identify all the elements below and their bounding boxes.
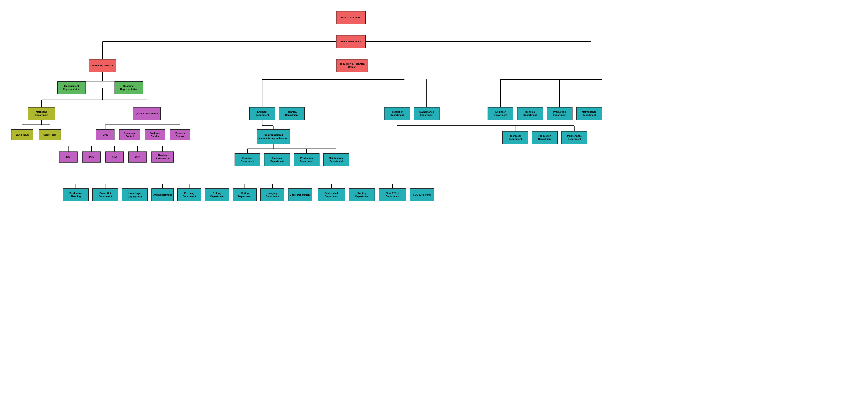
node-aoi: AOI Department bbox=[151, 188, 174, 201]
node-cust_svc: Customer Service bbox=[145, 129, 165, 141]
node-tech_dept1: Technical Department bbox=[279, 107, 305, 120]
node-prod_tech_officer: Production & Technical Officer bbox=[336, 59, 368, 72]
node-tech_dept3: Technical Department bbox=[517, 107, 543, 120]
node-oqa: OQA bbox=[128, 151, 147, 162]
node-drilling: Drilling Department bbox=[205, 188, 229, 201]
node-eng_dept2: Engineer Department bbox=[235, 153, 260, 166]
node-preprod: Pre-production & Manufacturing Instructi… bbox=[257, 129, 290, 144]
node-pressing: Pressing Department bbox=[177, 188, 201, 201]
node-prod_dept1: Production Department bbox=[293, 153, 319, 166]
node-sales1: Sales Team bbox=[11, 129, 33, 141]
node-proc_ctrl: Process Control bbox=[170, 129, 190, 141]
node-imaging: Imaging Department bbox=[260, 188, 284, 201]
node-phys_lab: Physical Laboratory bbox=[151, 151, 174, 162]
node-board_cut: Board Cut Department bbox=[92, 188, 118, 201]
node-marketing_director: Marketing Director bbox=[89, 59, 116, 72]
node-marketing_dept: Marketing Department bbox=[28, 107, 55, 120]
node-prod_planning: Production Planning bbox=[63, 188, 89, 201]
node-maint_dept1: Maintenance Department bbox=[323, 153, 349, 166]
node-cust_rep: Customer Representative bbox=[115, 81, 143, 94]
node-eng_dept3: Engineer Department bbox=[488, 107, 514, 120]
node-mgmt_rep: Management Representative bbox=[57, 81, 86, 94]
node-qae: QAE bbox=[96, 129, 115, 141]
node-selder_mask: Selder Mask Department bbox=[318, 188, 345, 201]
node-eng_dept1: Engineer Department bbox=[249, 107, 275, 120]
node-inner_layer: Inner Layer Department bbox=[122, 188, 148, 201]
node-final_etest: Final E-Test Department bbox=[379, 188, 406, 201]
node-tech_dept4: Technical Department bbox=[502, 131, 528, 144]
node-maint_dept3: Maintenance Department bbox=[576, 107, 602, 120]
node-maint_dept4: Maintenance Department bbox=[561, 131, 587, 144]
node-sales2: Sales Team bbox=[39, 129, 61, 141]
node-tech_dept2: Technical Department bbox=[264, 153, 290, 166]
node-doc_ctrl: Document Control bbox=[119, 129, 141, 141]
node-iqc: IQC bbox=[59, 151, 78, 162]
node-exec: Executive director bbox=[336, 35, 366, 48]
node-quality_dept: Quality Department bbox=[133, 107, 161, 120]
node-fqa: FQA bbox=[105, 151, 124, 162]
node-prod_dept4: Production Department bbox=[532, 131, 558, 144]
node-board: Board of director bbox=[336, 11, 366, 24]
node-rooting: Rooting Department bbox=[349, 188, 375, 201]
node-prod_dept2: Production Department bbox=[384, 107, 410, 120]
org-chart: Board of directorExecutive directorProdu… bbox=[0, 0, 868, 399]
node-plating: Plating Department bbox=[233, 188, 257, 201]
node-maint_dept2: Maintenance Department bbox=[414, 107, 439, 120]
node-fqc_packing: FQC & Packing bbox=[410, 188, 434, 201]
node-prod_dept3: Production Department bbox=[547, 107, 572, 120]
node-ipqc: IPQC bbox=[82, 151, 101, 162]
node-etest: E-test Department bbox=[288, 188, 312, 201]
